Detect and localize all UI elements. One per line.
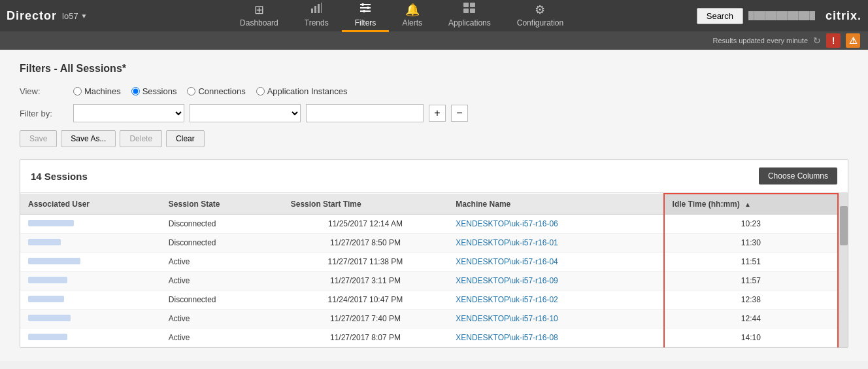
col-start-time[interactable]: Session Start Time	[283, 194, 448, 215]
cell-machine[interactable]: XENDESKTOP\uk-i57-r16-01	[448, 234, 663, 253]
machine-link[interactable]: XENDESKTOP\uk-i57-r16-02	[456, 295, 558, 304]
radio-connections-label: Connections	[198, 86, 245, 96]
svg-point-7	[361, 3, 364, 6]
cell-state: Active	[161, 272, 283, 290]
nav-configuration[interactable]: ⚙ Configuration	[504, 0, 576, 32]
user-blur	[28, 334, 67, 340]
user-blur	[28, 220, 74, 226]
filter-select-2[interactable]	[190, 104, 301, 122]
remove-filter-button[interactable]: −	[451, 105, 468, 122]
cell-machine[interactable]: XENDESKTOP\uk-i57-r16-04	[448, 253, 663, 272]
nav-right: Search ████████████ citrix.	[697, 8, 861, 24]
site-dropdown[interactable]: ▼	[81, 12, 88, 20]
filter-by-row: Filter by: + −	[20, 104, 848, 122]
radio-machines-input[interactable]	[73, 87, 82, 96]
table-scroll-container: Associated User Session State Session St…	[20, 193, 848, 347]
svg-point-9	[363, 10, 365, 12]
nav-trends[interactable]: Trends	[292, 0, 342, 32]
cell-start-time: 11/27/2017 7:40 PM	[283, 309, 448, 328]
configuration-icon: ⚙	[535, 3, 545, 17]
nav-filters-label: Filters	[355, 18, 376, 27]
save-as-button[interactable]: Save As...	[61, 130, 116, 147]
table-area: Associated User Session State Session St…	[20, 193, 839, 347]
cell-state: Disconnected	[161, 234, 283, 253]
svg-rect-12	[463, 9, 469, 13]
cell-start-time: 11/24/2017 10:47 PM	[283, 290, 448, 309]
cell-machine[interactable]: XENDESKTOP\uk-i57-r16-10	[448, 309, 663, 328]
cell-idle: 11:57	[664, 272, 838, 290]
main-content: Filters - All Sessions* View: Machines S…	[0, 50, 868, 361]
alert-red-icon: !	[832, 35, 835, 46]
choose-columns-button[interactable]: Choose Columns	[759, 167, 837, 184]
col-machine[interactable]: Machine Name	[448, 194, 663, 215]
col-idle[interactable]: Idle Time (hh:mm) ▲	[664, 194, 838, 215]
radio-connections-input[interactable]	[187, 87, 195, 96]
nav-configuration-label: Configuration	[517, 18, 563, 27]
table-row: Active11/27/2017 8:07 PMXENDESKTOP\uk-i5…	[20, 328, 838, 347]
status-bar: Results updated every minute ↻ ! ⚠	[0, 31, 868, 50]
filter-dropdowns: + −	[73, 104, 468, 122]
radio-app-instances-label: Application Instances	[267, 86, 348, 96]
nav-applications[interactable]: Applications	[435, 0, 504, 32]
cell-idle: 11:51	[664, 253, 838, 272]
svg-rect-11	[470, 3, 475, 7]
user-blur	[28, 258, 80, 264]
cell-machine[interactable]: XENDESKTOP\uk-i57-r16-09	[448, 272, 663, 290]
cell-idle: 12:38	[664, 290, 838, 309]
machine-link[interactable]: XENDESKTOP\uk-i57-r16-06	[456, 219, 558, 228]
nav-alerts[interactable]: 🔔 Alerts	[389, 0, 435, 32]
radio-app-instances-input[interactable]	[256, 87, 265, 96]
view-row: View: Machines Sessions Connections Appl…	[20, 86, 848, 96]
delete-button[interactable]: Delete	[120, 130, 162, 147]
machine-link[interactable]: XENDESKTOP\uk-i57-r16-04	[456, 257, 558, 266]
cell-user	[20, 290, 161, 309]
sessions-header: 14 Sessions Choose Columns	[20, 160, 848, 193]
cell-machine[interactable]: XENDESKTOP\uk-i57-r16-08	[448, 328, 663, 347]
alert-orange-button[interactable]: ⚠	[846, 33, 860, 48]
sessions-table: Associated User Session State Session St…	[20, 193, 839, 347]
machine-link[interactable]: XENDESKTOP\uk-i57-r16-09	[456, 276, 558, 285]
nav-filters[interactable]: Filters	[342, 0, 390, 32]
radio-connections[interactable]: Connections	[187, 86, 245, 96]
top-navigation: Director lo57 ▼ ⊞ Dashboard Trends	[0, 0, 868, 31]
clear-button[interactable]: Clear	[166, 130, 205, 147]
cell-machine[interactable]: XENDESKTOP\uk-i57-r16-06	[448, 215, 663, 234]
sessions-count: 14 Sessions	[31, 171, 88, 182]
table-row: Active11/27/2017 7:40 PMXENDESKTOP\uk-i5…	[20, 309, 838, 328]
radio-app-instances[interactable]: Application Instances	[256, 86, 348, 96]
cell-start-time: 11/27/2017 11:38 PM	[283, 253, 448, 272]
refresh-icon[interactable]: ↻	[813, 35, 821, 46]
nav-dashboard[interactable]: ⊞ Dashboard	[227, 0, 292, 32]
col-user[interactable]: Associated User	[20, 194, 161, 215]
svg-rect-1	[314, 6, 316, 13]
table-row: Active11/27/2017 3:11 PMXENDESKTOP\uk-i5…	[20, 272, 838, 290]
radio-sessions-input[interactable]	[131, 87, 140, 96]
radio-machines-label: Machines	[84, 86, 121, 96]
machine-link[interactable]: XENDESKTOP\uk-i57-r16-10	[456, 314, 558, 323]
applications-icon	[463, 2, 476, 17]
cell-machine[interactable]: XENDESKTOP\uk-i57-r16-02	[448, 290, 663, 309]
scrollbar[interactable]	[839, 193, 848, 347]
radio-machines[interactable]: Machines	[73, 86, 121, 96]
col-state[interactable]: Session State	[161, 194, 283, 215]
user-blur	[28, 315, 71, 321]
nav-items: ⊞ Dashboard Trends	[107, 0, 697, 32]
table-row: Disconnected11/24/2017 10:47 PMXENDESKTO…	[20, 290, 838, 309]
director-brand: Director	[7, 9, 57, 23]
scrollbar-thumb[interactable]	[840, 206, 848, 245]
user-blur	[28, 239, 61, 245]
cell-state: Active	[161, 328, 283, 347]
radio-sessions-label: Sessions	[142, 86, 177, 96]
machine-link[interactable]: XENDESKTOP\uk-i57-r16-08	[456, 333, 558, 342]
radio-sessions[interactable]: Sessions	[131, 86, 177, 96]
search-button[interactable]: Search	[697, 8, 743, 24]
filter-select-1[interactable]	[73, 104, 184, 122]
cell-start-time: 11/27/2017 3:11 PM	[283, 272, 448, 290]
cell-user	[20, 253, 161, 272]
alert-red-button[interactable]: !	[826, 33, 841, 48]
add-filter-button[interactable]: +	[429, 105, 446, 122]
cell-idle: 10:23	[664, 215, 838, 234]
filter-value-input[interactable]	[306, 104, 424, 122]
save-button[interactable]: Save	[20, 130, 57, 147]
machine-link[interactable]: XENDESKTOP\uk-i57-r16-01	[456, 238, 558, 247]
